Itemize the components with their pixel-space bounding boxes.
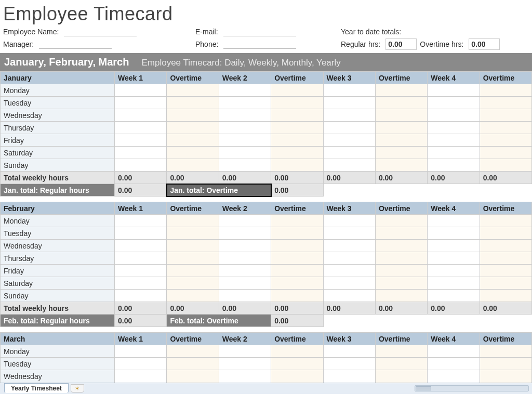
cell[interactable]	[323, 252, 375, 265]
email-input[interactable]	[223, 27, 296, 36]
cell[interactable]	[480, 84, 531, 97]
cell[interactable]	[375, 109, 427, 122]
cell[interactable]	[323, 215, 375, 227]
cell[interactable]	[375, 240, 427, 252]
cell[interactable]	[219, 134, 271, 147]
cell[interactable]	[428, 240, 480, 252]
cell[interactable]	[167, 147, 219, 159]
cell[interactable]	[428, 84, 480, 97]
jan-ot-total-label[interactable]: Jan. total: Overtime	[167, 184, 271, 197]
cell[interactable]	[115, 277, 167, 290]
cell[interactable]	[219, 97, 271, 109]
cell[interactable]	[375, 134, 427, 147]
manager-input[interactable]	[39, 40, 112, 49]
horizontal-scrollbar[interactable]	[415, 385, 529, 391]
cell[interactable]	[167, 277, 219, 290]
cell[interactable]	[115, 252, 167, 265]
cell[interactable]	[271, 97, 323, 109]
cell[interactable]	[271, 290, 323, 302]
cell[interactable]	[323, 147, 375, 159]
cell[interactable]	[428, 345, 480, 358]
cell[interactable]	[428, 252, 480, 265]
cell[interactable]	[115, 134, 167, 147]
cell[interactable]	[323, 134, 375, 147]
cell[interactable]	[480, 109, 531, 122]
cell[interactable]	[219, 147, 271, 159]
cell[interactable]	[375, 265, 427, 277]
cell[interactable]	[375, 290, 427, 302]
cell[interactable]	[167, 358, 219, 370]
cell[interactable]	[428, 109, 480, 122]
cell[interactable]	[167, 227, 219, 240]
cell[interactable]	[167, 97, 219, 109]
cell[interactable]	[167, 109, 219, 122]
cell[interactable]	[428, 265, 480, 277]
cell[interactable]	[480, 252, 531, 265]
cell[interactable]	[428, 97, 480, 109]
cell[interactable]	[271, 227, 323, 240]
cell[interactable]	[271, 370, 323, 383]
cell[interactable]	[480, 122, 531, 134]
cell[interactable]	[115, 159, 167, 172]
cell[interactable]	[219, 265, 271, 277]
cell[interactable]	[167, 265, 219, 277]
cell[interactable]	[480, 240, 531, 252]
cell[interactable]	[480, 265, 531, 277]
cell[interactable]	[219, 215, 271, 227]
overtime-hrs-value[interactable]: 0.00	[469, 38, 500, 50]
cell[interactable]	[115, 358, 167, 370]
cell[interactable]	[271, 345, 323, 358]
cell[interactable]	[115, 345, 167, 358]
cell[interactable]	[428, 227, 480, 240]
cell[interactable]	[480, 358, 531, 370]
cell[interactable]	[323, 159, 375, 172]
cell[interactable]	[219, 358, 271, 370]
cell[interactable]	[323, 227, 375, 240]
cell[interactable]	[167, 240, 219, 252]
cell[interactable]	[375, 277, 427, 290]
cell[interactable]	[480, 345, 531, 358]
cell[interactable]	[167, 84, 219, 97]
sheet-tab-yearly-timesheet[interactable]: Yearly Timesheet	[4, 383, 69, 393]
cell[interactable]	[167, 290, 219, 302]
cell[interactable]	[323, 265, 375, 277]
cell[interactable]	[323, 109, 375, 122]
cell[interactable]	[271, 240, 323, 252]
cell[interactable]	[375, 147, 427, 159]
cell[interactable]	[428, 215, 480, 227]
cell[interactable]	[115, 227, 167, 240]
cell[interactable]	[480, 227, 531, 240]
scrollbar-thumb[interactable]	[416, 386, 431, 390]
cell[interactable]	[271, 215, 323, 227]
cell[interactable]	[167, 215, 219, 227]
cell[interactable]	[375, 159, 427, 172]
cell[interactable]	[219, 227, 271, 240]
cell[interactable]	[271, 358, 323, 370]
cell[interactable]	[271, 109, 323, 122]
cell[interactable]	[375, 358, 427, 370]
new-sheet-button[interactable]: ✶	[71, 384, 84, 393]
cell[interactable]	[167, 370, 219, 383]
cell[interactable]	[428, 147, 480, 159]
cell[interactable]	[219, 345, 271, 358]
cell[interactable]	[375, 97, 427, 109]
cell[interactable]	[375, 345, 427, 358]
cell[interactable]	[271, 122, 323, 134]
employee-name-input[interactable]	[64, 27, 137, 36]
cell[interactable]	[115, 240, 167, 252]
cell[interactable]	[167, 159, 219, 172]
cell[interactable]	[428, 370, 480, 383]
cell[interactable]	[323, 345, 375, 358]
cell[interactable]	[167, 134, 219, 147]
cell[interactable]	[375, 122, 427, 134]
cell[interactable]	[219, 159, 271, 172]
cell[interactable]	[375, 215, 427, 227]
cell[interactable]	[375, 370, 427, 383]
cell[interactable]	[375, 227, 427, 240]
cell[interactable]	[271, 277, 323, 290]
cell[interactable]	[323, 290, 375, 302]
cell[interactable]	[323, 84, 375, 97]
cell[interactable]	[323, 277, 375, 290]
cell[interactable]	[428, 290, 480, 302]
cell[interactable]	[115, 122, 167, 134]
